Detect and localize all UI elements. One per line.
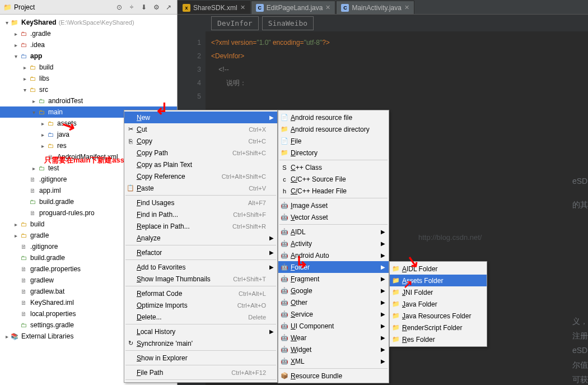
scroll-icon[interactable]: ÷: [127, 2, 137, 12]
collapse-icon[interactable]: ⊙: [114, 2, 124, 12]
menu-item[interactable]: Local History▶: [124, 326, 277, 337]
menu-item-label: Reformat Code: [137, 290, 239, 298]
menu-item-label: Copy as Plain Text: [137, 161, 266, 169]
menu-item[interactable]: 📋PasteCtrl+V: [124, 182, 277, 194]
breadcrumb-item[interactable]: DevInfor: [211, 16, 259, 30]
editor-tab[interactable]: CEditPageLand.java✕: [251, 1, 336, 14]
menu-item[interactable]: 📁RenderScript Folder: [390, 322, 487, 333]
menu-item[interactable]: 📁Assets Folder: [390, 275, 487, 286]
menu-item[interactable]: 📁Android resource directory: [278, 123, 389, 135]
menu-item[interactable]: 🤖Service▶: [278, 308, 389, 320]
menu-item-label: AIDL: [291, 228, 377, 236]
menu-item-icon: 🤖: [280, 345, 289, 354]
tree-item-icon: 🗀: [19, 52, 28, 61]
menu-item[interactable]: cC/C++ Source File: [278, 173, 389, 185]
menu-item[interactable]: 📁Java Resources Folder: [390, 310, 487, 322]
menu-item[interactable]: 🤖Folder▶: [278, 261, 389, 273]
menu-item-label: Find in Path...: [137, 211, 233, 219]
menu-item-label: Refactor: [137, 249, 266, 257]
tree-item-label: proguard-rules.pro: [39, 209, 95, 217]
background-code-text: eSDK上注册的开发者帐号的AppKey: [572, 174, 588, 188]
menu-item[interactable]: Optimize ImportsCtrl+Alt+O: [124, 299, 277, 311]
menu-item[interactable]: 🤖Wear▶: [278, 332, 389, 344]
menu-item-icon: 📁: [391, 265, 400, 273]
menu-item-icon: 📁: [391, 323, 400, 332]
menu-item[interactable]: Copy as Plain Text: [124, 159, 277, 170]
menu-item[interactable]: 📁AIDL Folder: [390, 263, 487, 275]
menu-item-icon: 🤖: [280, 213, 289, 222]
close-icon[interactable]: ✕: [325, 4, 330, 11]
context-menu-main: New▶✂CutCtrl+X⎘CopyCtrl+CCopy PathCtrl+S…: [124, 110, 278, 383]
menu-shortcut: Ctrl+Shift+R: [232, 223, 266, 230]
tree-item-label: gradlew: [30, 276, 54, 284]
menu-shortcut: Ctrl+C: [249, 138, 266, 145]
tree-item-label: .gitignore: [39, 175, 67, 183]
menu-item[interactable]: Reformat CodeCtrl+Alt+L: [124, 287, 277, 299]
menu-item[interactable]: New▶: [124, 112, 277, 123]
breadcrumb-item[interactable]: SinaWeibo: [262, 16, 314, 30]
menu-item[interactable]: hC/C++ Header File: [278, 185, 389, 197]
tree-item-label: build: [39, 63, 53, 71]
menu-item[interactable]: 🤖AIDL▶: [278, 226, 389, 238]
menu-item-icon: 📁: [280, 149, 289, 157]
menu-item-icon: ⎘: [126, 137, 135, 146]
menu-item[interactable]: 🤖Android Auto▶: [278, 249, 389, 261]
menu-item[interactable]: ↻Synchronize 'main': [124, 337, 277, 349]
menu-item[interactable]: 📁Directory: [278, 147, 389, 159]
menu-item[interactable]: 📁Res Folder: [390, 333, 487, 345]
menu-item[interactable]: Find UsagesAlt+F7: [124, 197, 277, 208]
tree-root[interactable]: ▾ 📁 KeyShared (E:\WorkSpace\KeyShared): [0, 17, 177, 28]
context-menu-folder: 📁AIDL Folder📁Assets Folder📁JNI Folder📁Ja…: [389, 261, 487, 347]
menu-item[interactable]: 📁Java Folder: [390, 298, 487, 310]
minimize-icon[interactable]: ↗: [164, 2, 174, 12]
menu-item-label: Add to Favorites: [137, 263, 266, 271]
menu-item[interactable]: Show in Explorer: [124, 352, 277, 364]
tree-item-icon: 🗎: [19, 242, 28, 251]
menu-item[interactable]: 🤖Fragment▶: [278, 273, 389, 285]
menu-item[interactable]: Copy PathCtrl+Shift+C: [124, 147, 277, 159]
tree-item[interactable]: ▸🗀libs: [0, 73, 177, 84]
menu-item[interactable]: Analyze▶: [124, 232, 277, 244]
menu-item-label: Other: [291, 299, 377, 307]
menu-item[interactable]: File PathCtrl+Alt+F12: [124, 367, 277, 378]
menu-item[interactable]: 🤖Google▶: [278, 285, 389, 296]
menu-item[interactable]: ⎘CopyCtrl+C: [124, 135, 277, 147]
tree-item[interactable]: ▸🗀.gradle: [0, 28, 177, 39]
menu-item[interactable]: Show Image ThumbnailsCtrl+Shift+T: [124, 273, 277, 285]
tree-item-label: KeyShared.iml: [30, 299, 74, 307]
close-icon[interactable]: ✕: [404, 4, 409, 11]
tree-item[interactable]: ▾🗀app: [0, 50, 177, 62]
editor-tab[interactable]: CMainActivity.java✕: [336, 1, 414, 14]
menu-item[interactable]: Refactor▶: [124, 247, 277, 258]
menu-item[interactable]: 📦Resource Bundle: [278, 370, 389, 382]
menu-item[interactable]: 🤖Vector Asset: [278, 211, 389, 223]
menu-item[interactable]: 🤖Other▶: [278, 296, 389, 308]
menu-item[interactable]: 🤖Activity▶: [278, 238, 389, 249]
hide-icon[interactable]: ⬇: [139, 2, 149, 12]
settings-icon[interactable]: ⚙: [151, 2, 161, 12]
menu-item[interactable]: Replace in Path...Ctrl+Shift+R: [124, 220, 277, 232]
tree-item[interactable]: ▸🗀androidTest: [0, 95, 177, 106]
tree-item[interactable]: ▾🗀src: [0, 84, 177, 95]
menu-item-label: Local History: [137, 328, 266, 336]
menu-item[interactable]: Delete...Delete: [124, 311, 277, 323]
menu-item[interactable]: 🤖Image Asset: [278, 200, 389, 211]
tree-item[interactable]: ▸🗀.idea: [0, 39, 177, 50]
menu-item[interactable]: 🤖UI Component▶: [278, 320, 389, 332]
editor-tab[interactable]: xShareSDK.xml✕: [178, 1, 250, 14]
menu-item[interactable]: 📁JNI Folder: [390, 286, 487, 298]
menu-item[interactable]: Find in Path...Ctrl+Shift+F: [124, 208, 277, 220]
menu-item[interactable]: Add to Favorites▶: [124, 261, 277, 273]
close-icon[interactable]: ✕: [240, 4, 245, 11]
menu-item[interactable]: 🤖Widget▶: [278, 344, 389, 355]
menu-item[interactable]: 🤖XML▶: [278, 355, 389, 367]
tree-item-label: build.gradle: [39, 198, 74, 206]
menu-shortcut: Delete: [248, 314, 266, 321]
menu-item-label: Wear: [291, 334, 377, 342]
menu-item[interactable]: Copy ReferenceCtrl+Alt+Shift+C: [124, 170, 277, 182]
menu-item[interactable]: 📄File: [278, 135, 389, 147]
menu-item[interactable]: SC++ Class: [278, 161, 389, 173]
menu-item[interactable]: ✂CutCtrl+X: [124, 123, 277, 135]
tree-item[interactable]: ▸🗀build: [0, 62, 177, 73]
menu-item[interactable]: 📄Android resource file: [278, 112, 389, 123]
